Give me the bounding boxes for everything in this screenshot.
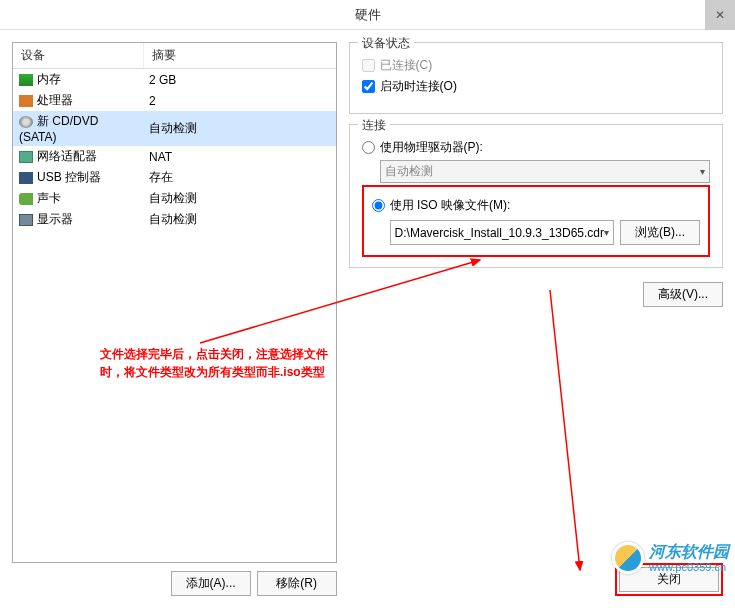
advanced-row: 高级(V)... [349, 282, 723, 307]
browse-button[interactable]: 浏览(B)... [620, 220, 700, 245]
dialog-close-button[interactable]: 关闭 [619, 567, 719, 592]
connection-title: 连接 [358, 117, 390, 134]
device-summary: 2 [143, 90, 336, 111]
device-name: 声卡 [37, 191, 61, 205]
device-list: 设备 摘要 内存2 GB处理器2新 CD/DVD (SATA)自动检测网络适配器… [12, 42, 337, 563]
memory-icon [19, 74, 33, 86]
net-icon [19, 151, 33, 163]
left-panel: 设备 摘要 内存2 GB处理器2新 CD/DVD (SATA)自动检测网络适配器… [12, 42, 337, 596]
connect-at-poweron-checkbox[interactable] [362, 80, 375, 93]
cd-icon [19, 116, 33, 128]
physical-drive-dropdown[interactable]: 自动检测 ▾ [380, 160, 710, 183]
connected-row[interactable]: 已连接(C) [362, 57, 710, 74]
display-icon [19, 214, 33, 226]
table-row[interactable]: 处理器2 [13, 90, 336, 111]
iso-label: 使用 ISO 映像文件(M): [390, 197, 511, 214]
iso-highlight: 使用 ISO 映像文件(M): D:\Mavercisk_Install_10.… [362, 185, 710, 257]
right-panel: 设备状态 已连接(C) 启动时连接(O) 连接 使用物理驱动器(P): 自动检测… [349, 42, 723, 596]
iso-path-dropdown[interactable]: D:\Mavercisk_Install_10.9.3_13D65.cdr ▾ [390, 220, 614, 245]
device-summary: 自动检测 [143, 209, 336, 230]
titlebar: 硬件 ✕ [0, 0, 735, 30]
device-summary: 2 GB [143, 69, 336, 91]
device-summary: 自动检测 [143, 188, 336, 209]
device-name: 处理器 [37, 93, 73, 107]
connect-at-poweron-label: 启动时连接(O) [380, 78, 457, 95]
table-row[interactable]: 声卡自动检测 [13, 188, 336, 209]
device-state-group: 设备状态 已连接(C) 启动时连接(O) [349, 42, 723, 114]
connected-label: 已连接(C) [380, 57, 433, 74]
bottom-bar: 关闭 [12, 563, 723, 596]
sound-icon [19, 193, 33, 205]
iso-row[interactable]: 使用 ISO 映像文件(M): [372, 197, 700, 214]
cpu-icon [19, 95, 33, 107]
table-row[interactable]: USB 控制器存在 [13, 167, 336, 188]
device-summary: NAT [143, 146, 336, 167]
table-row[interactable]: 显示器自动检测 [13, 209, 336, 230]
col-summary[interactable]: 摘要 [143, 43, 336, 69]
chevron-down-icon: ▾ [604, 227, 609, 238]
device-name: 显示器 [37, 212, 73, 226]
auto-detect-text: 自动检测 [385, 163, 433, 180]
usb-icon [19, 172, 33, 184]
device-name: USB 控制器 [37, 170, 101, 184]
iso-path-text: D:\Mavercisk_Install_10.9.3_13D65.cdr [395, 226, 604, 240]
table-row[interactable]: 网络适配器NAT [13, 146, 336, 167]
device-name: 网络适配器 [37, 149, 97, 163]
connection-group: 连接 使用物理驱动器(P): 自动检测 ▾ 使用 ISO 映像文件(M): [349, 124, 723, 268]
col-device[interactable]: 设备 [13, 43, 143, 69]
physical-drive-label: 使用物理驱动器(P): [380, 139, 483, 156]
dialog-content: 设备 摘要 内存2 GB处理器2新 CD/DVD (SATA)自动检测网络适配器… [0, 30, 735, 608]
device-summary: 存在 [143, 167, 336, 188]
chevron-down-icon: ▾ [700, 166, 705, 177]
physical-drive-row[interactable]: 使用物理驱动器(P): [362, 139, 710, 156]
annotation: 文件选择完毕后，点击关闭，注意选择文件 时，将文件类型改为所有类型而非.iso类… [100, 345, 328, 381]
physical-drive-radio[interactable] [362, 141, 375, 154]
advanced-button[interactable]: 高级(V)... [643, 282, 723, 307]
annotation-line1: 文件选择完毕后，点击关闭，注意选择文件 [100, 345, 328, 363]
iso-radio[interactable] [372, 199, 385, 212]
device-name: 内存 [37, 72, 61, 86]
window-title: 硬件 [355, 6, 381, 24]
connect-at-poweron-row[interactable]: 启动时连接(O) [362, 78, 710, 95]
table-row[interactable]: 新 CD/DVD (SATA)自动检测 [13, 111, 336, 146]
connected-checkbox[interactable] [362, 59, 375, 72]
table-row[interactable]: 内存2 GB [13, 69, 336, 91]
device-summary: 自动检测 [143, 111, 336, 146]
device-state-title: 设备状态 [358, 35, 414, 52]
close-highlight: 关闭 [615, 563, 723, 596]
close-icon: ✕ [715, 8, 725, 22]
annotation-line2: 时，将文件类型改为所有类型而非.iso类型 [100, 363, 328, 381]
window-close-button[interactable]: ✕ [705, 0, 735, 30]
